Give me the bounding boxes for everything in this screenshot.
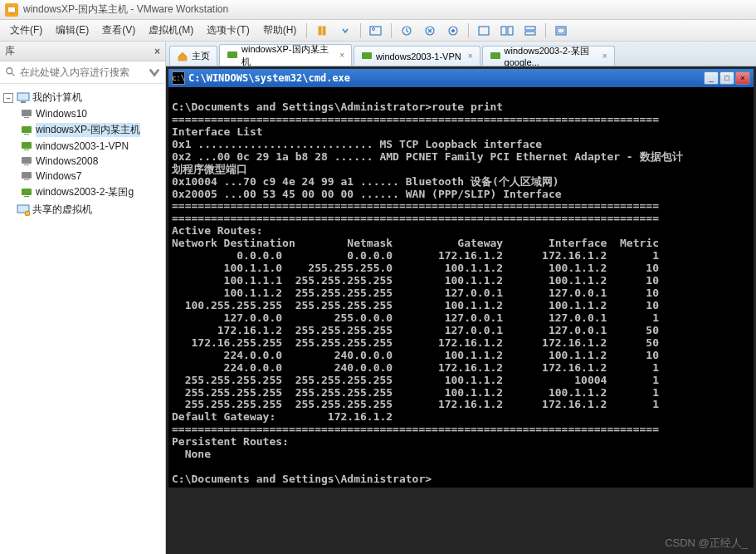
menu-vm[interactable]: 虚拟机(M) <box>142 21 200 40</box>
svg-point-17 <box>7 68 12 74</box>
vm-active-icon <box>20 140 33 152</box>
tree-vm-windows7[interactable]: Windows7 <box>20 169 162 184</box>
snap3-button[interactable] <box>443 22 463 40</box>
vm-tree: − 我的计算机 Windows10 windowsXP-国内某主机 window… <box>0 84 165 223</box>
cmd-title: C:\WINDOWS\system32\cmd.exe <box>188 72 704 84</box>
watermark: CSDN @正经人_ <box>665 536 748 551</box>
vm-active-icon <box>20 125 33 136</box>
title-bar: windowsXP-国内某主机 - VMware Workstation <box>0 0 756 20</box>
tab-windows2003-1[interactable]: windows2003-1-VPN × <box>354 46 480 66</box>
menu-bar: 文件(F) 编辑(E) 查看(V) 虚拟机(M) 选项卡(T) 帮助(H) <box>0 20 756 42</box>
svg-rect-19 <box>17 93 29 101</box>
svg-rect-31 <box>22 189 32 195</box>
svg-point-34 <box>25 211 30 216</box>
window-title: windowsXP-国内某主机 - VMware Workstation <box>23 2 228 17</box>
shared-icon <box>17 204 30 216</box>
svg-rect-37 <box>490 52 500 59</box>
content-area: 主页 windowsXP-国内某主机 × windows2003-1-VPN ×… <box>166 42 756 554</box>
vm-console[interactable]: c:\ C:\WINDOWS\system32\cmd.exe _ □ × C:… <box>166 66 756 554</box>
tab-windows2003-2[interactable]: windows2003-2-某国google... × <box>482 46 615 66</box>
svg-rect-24 <box>24 134 29 135</box>
snap2-button[interactable] <box>420 22 440 40</box>
vm-active-icon <box>227 50 238 61</box>
menu-help[interactable]: 帮助(H) <box>256 21 304 40</box>
svg-rect-21 <box>22 110 32 116</box>
tree-vm-windows2008[interactable]: Windows2008 <box>20 154 162 169</box>
svg-rect-0 <box>8 7 16 12</box>
svg-point-9 <box>452 29 455 32</box>
tree-vm-windows2003-1[interactable]: windows2003-1-VPN <box>20 139 162 154</box>
svg-rect-20 <box>21 101 26 103</box>
search-icon <box>5 66 17 78</box>
svg-rect-1 <box>10 12 14 13</box>
vm-active-icon <box>20 187 33 199</box>
tree-vm-windowsxp[interactable]: windowsXP-国内某主机 <box>20 121 162 139</box>
vm-active-icon <box>361 51 373 62</box>
svg-rect-25 <box>22 142 32 149</box>
svg-rect-28 <box>24 164 29 165</box>
menu-tabs[interactable]: 选项卡(T) <box>200 21 256 40</box>
tab-bar: 主页 windowsXP-国内某主机 × windows2003-1-VPN ×… <box>166 42 756 66</box>
svg-rect-2 <box>319 27 321 35</box>
search-container <box>0 61 165 84</box>
svg-rect-36 <box>362 52 372 59</box>
svg-rect-30 <box>24 179 29 180</box>
cmd-window: c:\ C:\WINDOWS\system32\cmd.exe _ □ × C:… <box>168 69 754 488</box>
maximize-button[interactable]: □ <box>719 71 734 85</box>
snapshot-button[interactable] <box>366 22 386 40</box>
dropdown-button[interactable] <box>335 22 355 40</box>
menu-edit[interactable]: 编辑(E) <box>49 21 95 40</box>
svg-rect-4 <box>370 27 381 35</box>
view2-button[interactable] <box>497 22 517 40</box>
svg-rect-10 <box>479 27 489 35</box>
tab-home[interactable]: 主页 <box>169 46 217 66</box>
view1-button[interactable] <box>474 22 494 40</box>
tree-vm-windows10[interactable]: Windows10 <box>20 106 162 121</box>
pause-button[interactable] <box>312 22 332 40</box>
svg-rect-29 <box>22 172 32 179</box>
svg-rect-23 <box>22 126 32 133</box>
svg-rect-3 <box>323 27 325 35</box>
vm-icon <box>20 155 33 167</box>
cmd-output[interactable]: C:\Documents and Settings\Administrator>… <box>168 87 754 488</box>
fullscreen-button[interactable] <box>551 22 571 40</box>
close-icon[interactable]: × <box>602 51 607 61</box>
snap1-button[interactable] <box>397 22 417 40</box>
computer-icon <box>17 92 30 104</box>
cmd-icon: c:\ <box>172 71 185 85</box>
tree-root-computer[interactable]: − 我的计算机 <box>3 89 162 106</box>
svg-rect-13 <box>525 27 535 30</box>
vm-icon <box>20 108 33 120</box>
sidebar-header: 库 × <box>0 42 165 61</box>
minimize-button[interactable]: _ <box>704 71 719 85</box>
tree-vm-windows2003-2[interactable]: windows2003-2-某国g <box>20 184 162 201</box>
menu-file[interactable]: 文件(F) <box>3 21 49 40</box>
search-dropdown-icon[interactable] <box>149 66 160 78</box>
close-button[interactable]: × <box>735 71 750 85</box>
view3-button[interactable] <box>520 22 540 40</box>
search-input[interactable] <box>20 66 145 78</box>
collapse-icon[interactable]: − <box>3 93 13 103</box>
svg-rect-16 <box>558 28 564 33</box>
svg-rect-22 <box>24 117 29 118</box>
svg-line-18 <box>12 73 15 76</box>
sidebar-close-icon[interactable]: × <box>154 46 160 57</box>
menu-view[interactable]: 查看(V) <box>95 21 142 40</box>
close-icon[interactable]: × <box>339 51 344 60</box>
svg-rect-26 <box>24 150 29 150</box>
app-icon <box>5 3 18 17</box>
tab-windowsxp[interactable]: windowsXP-国内某主机 × <box>219 44 352 66</box>
sidebar-title: 库 <box>5 44 15 58</box>
svg-rect-27 <box>22 157 32 164</box>
home-icon <box>177 51 188 62</box>
vm-icon <box>20 170 33 182</box>
svg-rect-11 <box>501 27 506 35</box>
svg-rect-35 <box>227 51 237 58</box>
svg-rect-12 <box>508 27 513 35</box>
vm-active-icon <box>490 51 501 62</box>
svg-point-5 <box>373 27 375 30</box>
tree-shared-vms[interactable]: + 共享的虚拟机 <box>3 201 162 218</box>
close-icon[interactable]: × <box>468 51 473 61</box>
svg-rect-32 <box>24 196 29 197</box>
cmd-titlebar[interactable]: c:\ C:\WINDOWS\system32\cmd.exe _ □ × <box>168 69 754 87</box>
